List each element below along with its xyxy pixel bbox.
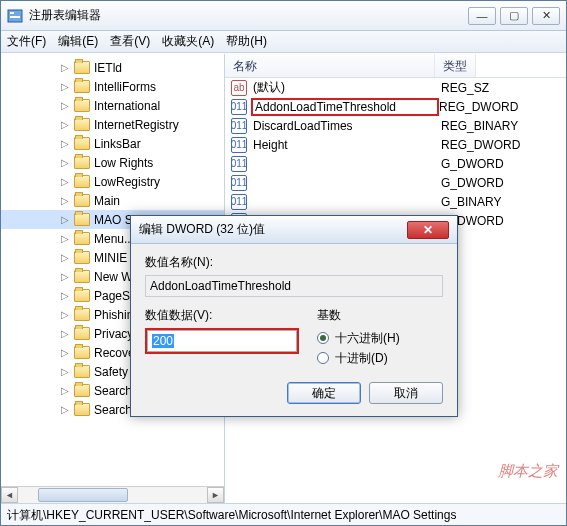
expander-icon[interactable]: ▷ [59,328,70,339]
list-row[interactable]: 011G_BINARY [225,192,566,211]
menu-edit[interactable]: 编辑(E) [58,33,98,50]
menubar: 文件(F) 编辑(E) 查看(V) 收藏夹(A) 帮助(H) [1,31,566,53]
menu-view[interactable]: 查看(V) [110,33,150,50]
scroll-track[interactable] [18,487,207,503]
expander-icon[interactable]: ▷ [59,100,70,111]
folder-icon [74,99,90,112]
menu-file[interactable]: 文件(F) [7,33,46,50]
tree-node[interactable]: ▷LowRegistry [1,172,224,191]
radio-dot-icon [317,352,329,364]
list-row[interactable]: 011G_DWORD [225,154,566,173]
expander-icon[interactable]: ▷ [59,385,70,396]
tree-node[interactable]: ▷LinksBar [1,134,224,153]
col-type[interactable]: 类型 [435,54,476,77]
list-row[interactable]: 011AddonLoadTimeThresholdREG_DWORD [225,97,566,116]
folder-icon [74,270,90,283]
radio-hex[interactable]: 十六进制(H) [317,328,400,348]
dialog-close-button[interactable]: ✕ [407,221,449,239]
tree-node-label: IETld [94,61,122,75]
expander-icon[interactable]: ▷ [59,138,70,149]
svg-rect-2 [10,16,20,18]
folder-icon [74,346,90,359]
value-data-field[interactable]: 200 [147,330,297,352]
folder-icon [74,137,90,150]
tree-node-label: IntelliForms [94,80,156,94]
window-title: 注册表编辑器 [29,7,468,24]
expander-icon[interactable]: ▷ [59,366,70,377]
maximize-button[interactable]: ▢ [500,7,528,25]
expander-icon[interactable]: ▷ [59,195,70,206]
expander-icon[interactable]: ▷ [59,347,70,358]
list-row[interactable]: 011HeightREG_DWORD [225,135,566,154]
tree-node[interactable]: ▷IntelliForms [1,77,224,96]
value-type: G_DWORD [441,157,504,171]
tree-node[interactable]: ▷Main [1,191,224,210]
expander-icon[interactable]: ▷ [59,252,70,263]
value-name: AddonLoadTimeThreshold [251,98,439,116]
expander-icon[interactable]: ▷ [59,81,70,92]
expander-icon[interactable]: ▷ [59,309,70,320]
ok-button[interactable]: 确定 [287,382,361,404]
expander-icon[interactable]: ▷ [59,176,70,187]
expander-icon[interactable]: ▷ [59,404,70,415]
scroll-right-icon[interactable]: ► [207,487,224,503]
binary-value-icon: 011 [231,137,247,153]
folder-icon [74,156,90,169]
tree-node[interactable]: ▷InternetRegistry [1,115,224,134]
value-type: REG_BINARY [441,119,518,133]
edit-dword-dialog: 编辑 DWORD (32 位)值 ✕ 数值名称(N): AddonLoadTim… [130,215,458,417]
tree-node-label: Low Rights [94,156,153,170]
titlebar[interactable]: 注册表编辑器 — ▢ ✕ [1,1,566,31]
value-name-field: AddonLoadTimeThreshold [145,275,443,297]
folder-icon [74,308,90,321]
list-header: 名称 类型 [225,54,566,78]
folder-icon [74,213,90,226]
folder-icon [74,289,90,302]
value-data-highlight: 200 [145,328,299,354]
expander-icon[interactable]: ▷ [59,233,70,244]
tree-hscrollbar[interactable]: ◄ ► [1,486,224,503]
list-row[interactable]: 011DiscardLoadTimesREG_BINARY [225,116,566,135]
tree-node[interactable]: ▷Low Rights [1,153,224,172]
value-type: G_DWORD [441,176,504,190]
svg-rect-1 [10,12,14,14]
expander-icon[interactable]: ▷ [59,271,70,282]
dialog-titlebar[interactable]: 编辑 DWORD (32 位)值 ✕ [131,216,457,244]
minimize-button[interactable]: — [468,7,496,25]
tree-node[interactable]: ▷International [1,96,224,115]
scroll-thumb[interactable] [38,488,128,502]
expander-icon[interactable]: ▷ [59,157,70,168]
string-value-icon: ab [231,80,247,96]
folder-icon [74,365,90,378]
folder-icon [74,118,90,131]
client-area: ▷IETld▷IntelliForms▷International▷Intern… [1,53,566,503]
tree-node-label: Safety [94,365,128,379]
binary-value-icon: 011 [231,156,247,172]
list-row[interactable]: ab(默认)REG_SZ [225,78,566,97]
close-button[interactable]: ✕ [532,7,560,25]
folder-icon [74,384,90,397]
value-name-label: 数值名称(N): [145,254,443,271]
value-type: G_BINARY [441,195,501,209]
expander-icon[interactable]: ▷ [59,62,70,73]
col-name[interactable]: 名称 [225,54,435,77]
folder-icon [74,175,90,188]
scroll-left-icon[interactable]: ◄ [1,487,18,503]
expander-icon[interactable]: ▷ [59,214,70,225]
tree-node-label: Privacy [94,327,133,341]
tree-node[interactable]: ▷IETld [1,58,224,77]
value-type: REG_DWORD [439,100,518,114]
expander-icon[interactable]: ▷ [59,119,70,130]
list-row[interactable]: 011G_DWORD [225,173,566,192]
tree-node-label: MINIE [94,251,127,265]
expander-icon[interactable]: ▷ [59,290,70,301]
main-window: 注册表编辑器 — ▢ ✕ 文件(F) 编辑(E) 查看(V) 收藏夹(A) 帮助… [0,0,567,526]
radio-dec[interactable]: 十进制(D) [317,348,400,368]
menu-help[interactable]: 帮助(H) [226,33,267,50]
base-label: 基数 [317,307,400,324]
dialog-title: 编辑 DWORD (32 位)值 [139,221,407,238]
cancel-button[interactable]: 取消 [369,382,443,404]
menu-favorites[interactable]: 收藏夹(A) [162,33,214,50]
value-type: REG_DWORD [441,138,520,152]
tree-node-label: LowRegistry [94,175,160,189]
